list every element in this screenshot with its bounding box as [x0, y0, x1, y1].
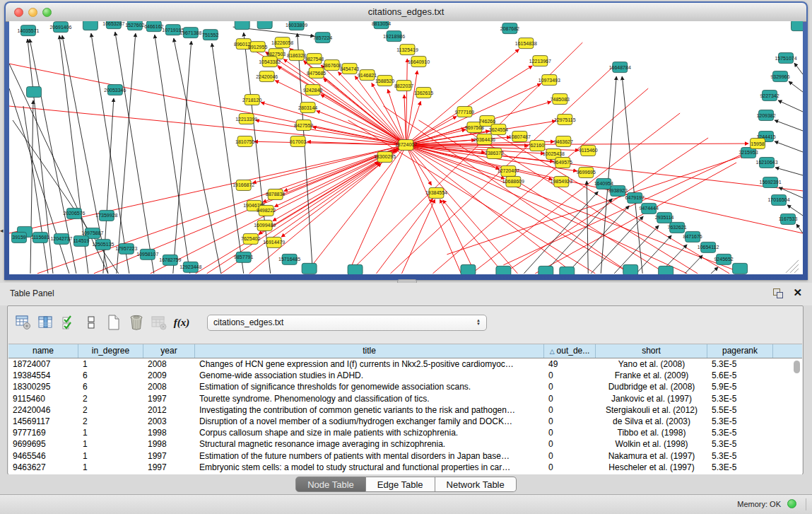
network-node-label: 12213967 [529, 59, 551, 64]
column-header-name[interactable]: name [8, 344, 78, 358]
table-row[interactable]: 2242004622012Investigating the contribut… [8, 404, 802, 416]
new-column-icon[interactable] [105, 313, 122, 332]
column-header-in_degree[interactable]: in_degree [78, 344, 143, 358]
table-selector-dropdown[interactable]: citations_edges.txt ▲▼ [207, 315, 487, 331]
row-selection-icon[interactable] [60, 313, 77, 332]
network-node-label: 917003 [290, 139, 306, 144]
column-header-title[interactable]: title [195, 344, 544, 358]
table-cell: 5.3E-5 [707, 358, 773, 370]
network-node[interactable] [26, 87, 41, 98]
table-cell: 0 [544, 416, 596, 427]
table-cell: 18300295 [8, 381, 78, 392]
network-node[interactable] [659, 266, 673, 274]
table-cell: 6 [78, 381, 143, 392]
network-node[interactable] [257, 21, 272, 29]
table-cell: 2009 [143, 370, 195, 381]
table-row[interactable]: 977716911998Corpus callosum shape and si… [8, 427, 802, 438]
table-cell: 0 [544, 438, 596, 450]
table-row[interactable]: 1456911722003Disruption of a novel membe… [8, 416, 802, 427]
tab-edge-table[interactable]: Edge Table [366, 477, 435, 492]
table-row[interactable]: 1830029562008Estimation of significance … [8, 381, 802, 392]
network-node-label: 9827503 [266, 52, 286, 57]
network-node-label: 19854923 [551, 179, 572, 184]
column-header-year[interactable]: year [143, 344, 195, 358]
table-row[interactable]: 1872400712008Changes of HCN gene express… [8, 358, 802, 370]
column-visibility-icon[interactable] [37, 313, 54, 332]
table-panel-header: Table Panel ✕ [0, 283, 812, 305]
network-node-label: 8813054 [372, 21, 391, 26]
network-node-label: 11325419 [396, 47, 418, 52]
table-scrollbar[interactable] [793, 359, 801, 472]
close-panel-icon[interactable]: ✕ [793, 286, 802, 299]
network-node-label: 17359928 [95, 213, 117, 218]
table-cell: Genome-wide association studies in ADHD. [195, 370, 544, 381]
import-table-icon [151, 313, 167, 332]
network-node-label: 15692391 [760, 180, 782, 185]
network-node-label: 18724007 [395, 143, 417, 148]
network-node-label: 1588520 [375, 78, 394, 83]
table-cell: 9777169 [8, 427, 78, 438]
table-mode-icon[interactable] [83, 313, 100, 332]
network-node[interactable] [83, 21, 98, 30]
network-node[interactable] [348, 264, 363, 274]
network-node-label: 10973493 [539, 78, 560, 83]
table-cell: 5.6E-5 [707, 370, 773, 381]
network-node-label: 1527602 [125, 23, 144, 28]
network-node-label: 8822037 [394, 83, 413, 88]
table-cell: 1997 [143, 450, 195, 462]
network-node-label: 1810755 [235, 139, 254, 144]
column-header-short[interactable]: short [596, 344, 707, 358]
network-node[interactable] [302, 263, 317, 274]
table-row[interactable]: 946362711997Embryonic stem cells: a mode… [8, 462, 802, 473]
network-node[interactable] [792, 21, 803, 31]
float-window-icon[interactable] [773, 288, 782, 298]
tab-network-table[interactable]: Network Table [435, 477, 517, 492]
network-canvas[interactable]: 1872400714035571206914061065328715276026… [9, 21, 803, 274]
network-node-label: 9463627 [554, 139, 573, 144]
table-row[interactable]: 1938455462009Genome-wide association stu… [8, 370, 802, 381]
network-node-label: 10958107 [136, 252, 158, 257]
table-cell: Franke et al. (2009) [596, 370, 707, 381]
table-tabs: Node TableEdge TableNetwork Table [0, 477, 812, 492]
network-node[interactable] [539, 266, 553, 274]
function-builder-icon[interactable]: f(x) [173, 313, 190, 332]
cytoscape-app: citations_edges.txt 18724007140355712069… [0, 0, 812, 514]
table-cell: 0 [544, 393, 596, 404]
network-node-label: 19218986 [383, 34, 405, 39]
network-edge [789, 81, 803, 92]
table-cell: 2 [78, 393, 143, 404]
network-edge [9, 64, 406, 145]
delete-column-icon[interactable] [128, 313, 145, 332]
network-node-label: 8454743 [340, 66, 359, 71]
network-node-label: 16914479 [263, 240, 285, 245]
tab-node-table[interactable]: Node Table [295, 477, 366, 492]
table-body: 1872400712008Changes of HCN gene express… [8, 358, 802, 473]
network-node-label: 17957223 [115, 246, 137, 251]
table-row[interactable]: 969969511998Structural magnetic resonanc… [8, 438, 802, 450]
network-node-label: 1640954 [594, 181, 613, 186]
network-node[interactable] [560, 267, 575, 274]
panel-collapse-arrow[interactable]: ◂ [0, 228, 4, 234]
network-node-label: 9329966 [770, 74, 789, 79]
table-cell: 9465546 [8, 450, 78, 462]
network-node[interactable] [235, 21, 249, 30]
column-header-pagerank[interactable]: pagerank [707, 344, 773, 358]
network-node-label: 9857791 [234, 255, 253, 259]
table-cell: 1 [78, 427, 143, 438]
table-options-icon[interactable] [15, 313, 32, 332]
network-node[interactable] [733, 263, 748, 274]
network-edge [37, 145, 406, 274]
table-cell: Hescheler et al. (1997) [596, 462, 707, 473]
network-node-label: 2718120 [242, 98, 261, 103]
network-node[interactable] [461, 264, 476, 274]
network-window-titlebar[interactable]: citations_edges.txt [6, 3, 806, 22]
network-node[interactable] [623, 264, 638, 274]
table-row[interactable]: 911546021997Tourette syndrome. Phenomeno… [8, 393, 802, 404]
network-node[interactable] [496, 266, 511, 274]
network-node-label: 17016504 [767, 197, 789, 202]
network-node-label: 9699695 [577, 170, 596, 175]
column-header-out_de[interactable]: △out_de... [544, 344, 596, 358]
network-node-label: 10025438 [543, 151, 565, 156]
table-row[interactable]: 946554611997Estimation of the future num… [8, 450, 802, 462]
scrollbar-thumb[interactable] [794, 361, 800, 373]
